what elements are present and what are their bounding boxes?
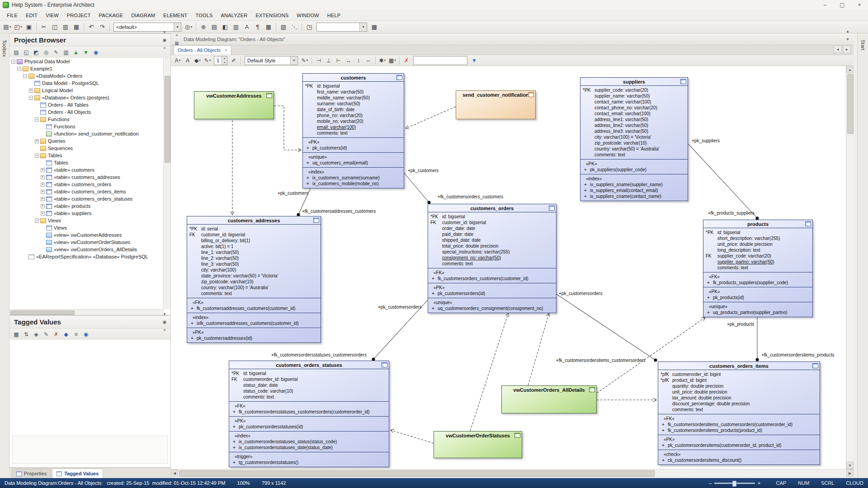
toolbox-tab-label[interactable]: Toolbox — [2, 37, 7, 57]
maximize-button[interactable]: ▢ — [834, 0, 851, 9]
panel-menu-icon[interactable]: ▾ — [160, 28, 169, 36]
filter-funnel-icon[interactable]: ▼ — [470, 56, 479, 65]
tab-scroll-left-icon[interactable]: ◂ — [834, 45, 842, 53]
tree-item[interactable]: −Physical Data Model — [9, 58, 164, 65]
menu-analyzer[interactable]: ANALYZER — [217, 11, 252, 19]
format-painter-icon[interactable]: ✐ — [229, 56, 238, 65]
list-view-icon[interactable]: ▥ — [61, 48, 71, 57]
font-color-icon[interactable]: A▾ — [173, 56, 182, 65]
align-right-icon[interactable]: ⊢ — [334, 56, 343, 65]
grid-icon[interactable]: ▦ — [12, 330, 21, 339]
notes-icon[interactable]: ▥ — [231, 22, 241, 32]
tree-item[interactable]: −Views — [9, 217, 164, 224]
menu-edit[interactable]: EDIT — [22, 11, 42, 19]
combo-dropdown-icon[interactable]: ▾ — [174, 23, 181, 31]
paste-icon[interactable]: ▥ — [61, 22, 71, 32]
minimize-button[interactable]: – — [816, 0, 834, 9]
delete-icon[interactable]: ✗ — [402, 56, 411, 65]
expander-icon[interactable]: + — [41, 197, 45, 201]
expander-icon[interactable]: + — [41, 175, 45, 179]
entity-vwCustomerOrders_AllDetails[interactable]: vwCustomerOrders_AllDetails — [501, 385, 597, 413]
close-icon[interactable]: × — [160, 44, 169, 52]
tag-icon[interactable]: ◆ — [61, 330, 71, 339]
connector-icon[interactable]: ⋱ — [289, 22, 299, 32]
undo-icon[interactable]: ↶ — [86, 22, 96, 32]
toolbox-dock-strip[interactable]: Toolbox — [0, 33, 9, 478]
tree-item[interactable]: Views — [9, 224, 164, 231]
tree-item[interactable]: Sequences — [9, 145, 164, 152]
matrix-icon[interactable]: ▩ — [369, 22, 379, 32]
tree-item[interactable]: −Tables — [9, 152, 164, 159]
paragraph-icon[interactable]: ¶ — [253, 22, 263, 32]
chevrons-icon[interactable]: » — [173, 31, 181, 39]
tree-item[interactable]: −«Database» Orders (postgres) — [9, 94, 164, 101]
tree-item[interactable]: «view» vwCustomerOrderStatuses — [9, 239, 164, 246]
line-width-spinner[interactable]: 1▴▾ — [214, 56, 227, 65]
delete-tag-icon[interactable]: ✗ — [52, 330, 61, 339]
copy-icon[interactable]: ◫ — [50, 22, 60, 32]
tree-item[interactable]: +«table» customers_addresses — [9, 174, 164, 181]
tree-item[interactable]: «view» vwCustomerOrders_AllDetails — [9, 246, 164, 253]
zoom-slider-knob[interactable] — [732, 481, 736, 487]
close-button[interactable]: × — [851, 0, 868, 9]
help-icon[interactable]: ◉ — [91, 48, 100, 57]
diagram-filter-input[interactable] — [413, 56, 467, 65]
text-color-icon[interactable]: A — [183, 56, 192, 65]
print-icon[interactable]: ▦ — [71, 22, 81, 32]
close-icon[interactable]: × — [160, 326, 169, 334]
diagram-frame-icon[interactable]: ◳ — [304, 22, 314, 32]
window-icon[interactable]: ◧ — [220, 22, 230, 32]
element-combo[interactable]: ▾ — [316, 23, 367, 32]
new-element-icon[interactable]: ◩ — [32, 48, 41, 57]
move-up-icon[interactable]: ▲ — [71, 48, 80, 57]
style-combo[interactable]: Default Style▾ — [245, 56, 298, 65]
canvas-vertical-scrollbar[interactable]: ▲ ▼ — [846, 66, 854, 469]
expander-icon[interactable]: + — [41, 168, 45, 172]
diagram-options-icon[interactable]: ▦▾ — [388, 56, 397, 65]
menu-diagram[interactable]: DIAGRAM — [127, 11, 159, 19]
canvas-horizontal-scrollbar[interactable]: ◀ ▶ — [171, 469, 854, 477]
expander-icon[interactable]: − — [29, 96, 33, 100]
align-center-icon[interactable]: ⊥ — [324, 56, 333, 65]
pin-icon[interactable]: ◉ — [160, 36, 169, 44]
search-icon[interactable]: ◎▾ — [184, 22, 193, 32]
tab-properties[interactable]: Properties — [12, 469, 51, 478]
entity-customers_orders_items[interactable]: customers_orders_items*pfKcustomerorder_… — [658, 361, 820, 465]
expander-icon[interactable]: − — [35, 219, 39, 223]
help-icon[interactable]: ◉ — [81, 330, 90, 339]
menu-extensions[interactable]: EXTENSIONS — [251, 11, 292, 19]
expander-icon[interactable]: − — [17, 67, 21, 71]
expander-icon[interactable]: + — [41, 183, 45, 187]
entity-products[interactable]: products*PKid: bigserialshort_descriptio… — [703, 220, 813, 317]
apply-style-icon[interactable]: ✎▾ — [300, 56, 309, 65]
line-color-icon[interactable]: ✎▾ — [203, 56, 212, 65]
tree-item[interactable]: +Logical Model — [9, 87, 164, 94]
target-icon[interactable]: ⊕ — [198, 22, 208, 32]
menu-file[interactable]: FILE — [3, 11, 22, 19]
new-document-icon[interactable]: ▤▾ — [2, 22, 12, 32]
menu-window[interactable]: WINDOW — [292, 11, 323, 19]
cut-icon[interactable]: ✂ — [39, 22, 49, 32]
start-tab-label[interactable]: Start — [860, 37, 866, 50]
entity-customers[interactable]: customers*PKid: bigserialfirst_name: var… — [302, 73, 404, 188]
expander-icon[interactable]: + — [41, 211, 45, 216]
tab-close-icon[interactable]: × — [224, 47, 227, 53]
list-icon[interactable]: ▤ — [209, 22, 219, 32]
menu-project[interactable]: PROJECT — [63, 11, 95, 19]
project-browser-vertical-scrollbar[interactable] — [163, 58, 170, 310]
entity-vwCustomerOrderStatuses[interactable]: vwCustomerOrderStatuses — [434, 431, 522, 458]
entity-vwCustomerAddresses[interactable]: vwCustomerAddresses — [194, 91, 274, 119]
default-style-combo[interactable]: <default>▾ — [113, 23, 181, 32]
checklist-icon[interactable]: ≡ — [71, 330, 80, 339]
find-in-browser-icon[interactable]: ◎ — [42, 48, 51, 57]
entity-customers_orders_statuses[interactable]: customers_orders_statuses*PKid: bigseria… — [229, 361, 389, 467]
tree-item[interactable]: «EAReportSpecification» «Database» Postg… — [9, 253, 164, 260]
zoom-slider[interactable]: – + — [709, 480, 761, 486]
font-icon[interactable]: A — [242, 22, 252, 32]
menu-package[interactable]: PACKAGE — [95, 11, 127, 19]
tree-item[interactable]: Orders - All Tables — [9, 101, 164, 108]
tree-item[interactable]: +Queries — [9, 137, 164, 145]
entity-send_customer_notification[interactable]: send_customer_notification — [456, 90, 536, 119]
tree-item[interactable]: +«table» customers_orders_items — [9, 188, 164, 195]
expander-icon[interactable]: − — [35, 117, 39, 122]
